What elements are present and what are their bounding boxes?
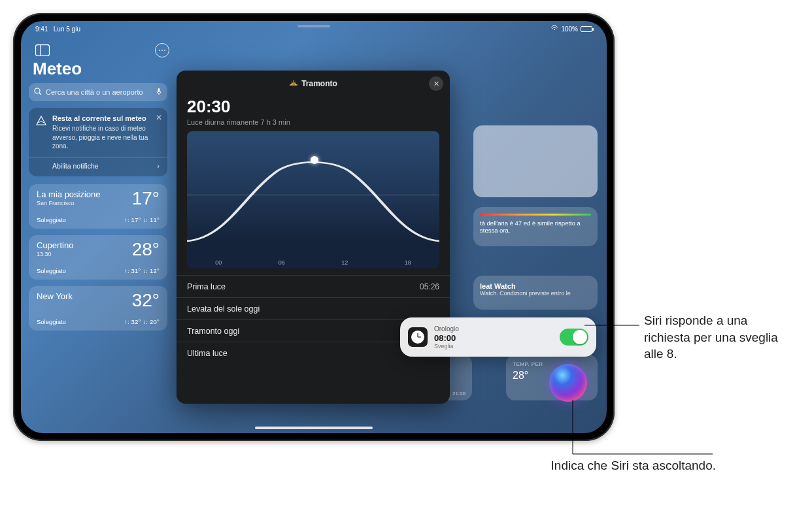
status-time: 9:41 [35, 25, 48, 33]
svg-rect-4 [158, 88, 160, 92]
precip-time: 21:00 [452, 391, 465, 397]
radar-panel[interactable] [473, 125, 598, 197]
clock-app-icon [408, 327, 428, 347]
sunset-subtitle: Luce diurna rimanente 7 h 3 min [187, 118, 439, 126]
battery-pct: 100% [561, 25, 578, 33]
more-icon[interactable]: ⋯ [155, 43, 169, 57]
search-icon [34, 88, 42, 97]
svg-line-3 [39, 93, 41, 95]
alarm-time: 08:00 [434, 333, 459, 343]
row-label: Ultima luce [187, 349, 228, 358]
city-cond: Soleggiato [37, 318, 66, 325]
modal-header: Tramonto ✕ [177, 71, 450, 97]
xlabel: 18 [405, 259, 411, 266]
feels-label: TEMP. PER [513, 361, 591, 367]
sidebar-toggle-icon[interactable] [35, 44, 50, 56]
city-hilo: ↑: 31° ↓: 12° [124, 267, 160, 274]
row-sunrise[interactable]: Levata del sole oggi [177, 297, 450, 319]
umbrella-alert-icon [35, 115, 47, 128]
city-cond: Soleggiato [37, 267, 66, 274]
dictate-icon[interactable] [156, 88, 162, 97]
wifi-icon [550, 25, 558, 33]
search-placeholder: Cerca una città o un aeroporto [46, 88, 143, 96]
row-label: Levata del sole oggi [187, 304, 260, 314]
app-title: Meteo [33, 59, 167, 79]
city-cond: Soleggiato [37, 216, 66, 223]
close-icon[interactable]: ✕ [156, 113, 162, 122]
sun-path-chart[interactable]: 00 06 12 18 [187, 131, 439, 268]
home-indicator[interactable] [255, 427, 373, 429]
close-button[interactable]: ✕ [429, 76, 443, 91]
city-card-my-location[interactable]: La mia posizione San Francisco 17° Soleg… [29, 184, 167, 229]
chart-x-labels: 00 06 12 18 [187, 259, 439, 266]
xlabel: 00 [215, 259, 222, 266]
row-label: Tramonto oggi [187, 327, 239, 336]
city-hilo: ↑: 17° ↓: 11° [124, 216, 160, 223]
siri-text: Orologio 08:00 Sveglia [434, 325, 459, 349]
heat-body: Watch. Condizioni previste entro le [480, 290, 591, 297]
alarm-toggle[interactable] [560, 329, 588, 346]
row-first-light[interactable]: Prima luce 05:26 [177, 275, 450, 297]
chevron-right-icon: › [158, 162, 160, 170]
siri-orb-icon[interactable] [549, 364, 587, 402]
svg-line-7 [296, 82, 296, 82]
sidebar: Meteo Cerca una città o un aeroporto ✕ R… [29, 59, 167, 337]
sunset-icon [289, 79, 298, 89]
xlabel: 12 [341, 259, 348, 266]
air-quality-panel[interactable]: tà dell'aria è 47 ed è simile rispetto a… [473, 207, 598, 246]
battery-icon [581, 26, 592, 32]
siri-alarm-card[interactable]: Orologio 08:00 Sveglia [400, 317, 596, 357]
svg-line-6 [291, 82, 292, 82]
city-temp: 28° [132, 239, 160, 260]
city-temp: 17° [132, 188, 160, 209]
row-value: 05:26 [420, 282, 439, 291]
siri-app-label: Orologio [434, 325, 459, 332]
screen: 9:41 Lun 5 giu 100% ⋯ Meteo [21, 21, 607, 433]
sunset-time: 20:30 [187, 97, 439, 117]
city-hilo: ↑: 32° ↓: 20° [124, 318, 160, 325]
svg-point-2 [35, 88, 40, 93]
status-date: Lun 5 giu [54, 25, 80, 33]
weather-alert-card[interactable]: ✕ Resta al corrente sul meteo Ricevi not… [29, 108, 167, 176]
modal-title: Tramonto [301, 79, 337, 88]
city-card-newyork[interactable]: New York 32° Soleggiato ↑: 32° ↓: 20° [29, 286, 167, 331]
callout-siri-response: Siri risponde a una richiesta per una sv… [644, 312, 788, 363]
alert-title: Resta al corrente sul meteo [52, 114, 160, 122]
search-input[interactable]: Cerca una città o un aeroporto [29, 83, 167, 101]
svg-rect-0 [36, 45, 50, 56]
city-card-cupertino[interactable]: Cupertino 13:30 28° Soleggiato ↑: 31° ↓:… [29, 235, 167, 280]
xlabel: 06 [279, 259, 285, 266]
status-right: 100% [550, 25, 592, 33]
enable-label: Abilita notifiche [52, 162, 99, 170]
city-temp: 32° [132, 290, 160, 311]
ipad-frame: 9:41 Lun 5 giu 100% ⋯ Meteo [13, 13, 615, 441]
aq-text: tà dell'aria è 47 ed è simile rispetto a… [480, 219, 591, 234]
heat-watch-panel[interactable]: leat Watch Watch. Condizioni previste en… [473, 276, 598, 310]
row-label: Prima luce [187, 282, 226, 291]
status-bar: 9:41 Lun 5 giu 100% [21, 21, 607, 37]
callout-siri-listening: Indica che Siri sta ascoltando. [533, 457, 716, 474]
sun-marker [311, 156, 318, 164]
alert-body: Ricevi notifiche in caso di meteo avvers… [52, 124, 160, 151]
enable-notifications[interactable]: Abilita notifiche › [52, 157, 160, 170]
heat-title: leat Watch [480, 282, 591, 290]
status-left: 9:41 Lun 5 giu [35, 25, 80, 33]
alarm-label: Sveglia [434, 343, 459, 349]
